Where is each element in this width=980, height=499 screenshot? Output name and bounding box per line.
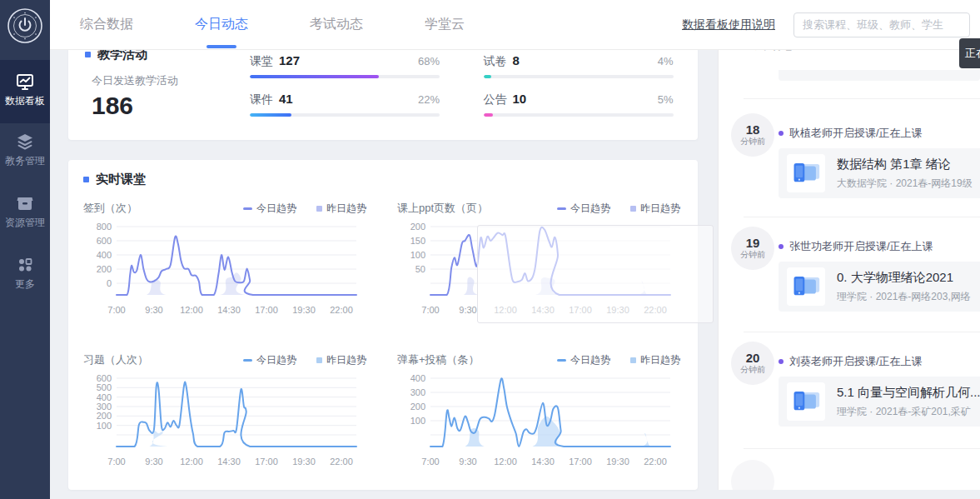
more-grid-icon: [15, 255, 35, 275]
feed-time-badge: 20 分钟前: [731, 342, 774, 385]
card-title-realtime-classroom: 实时课堂: [83, 172, 146, 187]
active-tab-underline: [206, 45, 236, 48]
title-bullet: [83, 177, 89, 182]
progress-bar: [484, 113, 674, 117]
feed-divider: [744, 217, 980, 217]
line-chart-checkin: 80060040020007:009:3012:0014:3017:0019:3…: [83, 220, 362, 318]
svg-text:400: 400: [97, 250, 112, 260]
legend-today-label[interactable]: 今日趋势: [256, 202, 296, 216]
svg-text:600: 600: [97, 373, 112, 383]
chart-panel-exercises: 习题（人次） 今日趋势 昨日趋势 6005004003002001007:009…: [83, 350, 366, 482]
progress-bar: [484, 75, 674, 78]
svg-text:9:30: 9:30: [459, 457, 476, 467]
svg-text:7:00: 7:00: [107, 305, 125, 315]
next-feed-badge-clipped: [731, 460, 774, 490]
course-subtitle: 理学院 · 2021春-网络203,网络: [837, 290, 971, 304]
feed-divider: [744, 448, 980, 449]
feed-time-badge: 19 分钟前: [731, 227, 774, 270]
sidebar-item-label: 数据看板: [0, 95, 50, 107]
today-activity-total: 今日发送教学活动 186: [92, 73, 178, 120]
timeline-dot: [779, 359, 784, 364]
tab-today[interactable]: 今日动态: [195, 0, 248, 50]
legend-yesterday-marker: [316, 357, 322, 363]
stat-percent: 68%: [418, 55, 440, 67]
svg-text:17:00: 17:00: [255, 305, 278, 315]
feed-course-card[interactable]: 0. 大学物理绪论2021 理学院 · 2021春-网络203,网络: [779, 262, 980, 312]
legend-yesterday-marker: [316, 206, 322, 212]
sidebar-item-dashboard[interactable]: 数据看板: [0, 60, 50, 123]
feed-event: 张世功老师开启授课/正在上课: [779, 238, 977, 255]
legend-yesterday-label[interactable]: 昨日趋势: [640, 202, 680, 216]
tab-overview[interactable]: 综合数据: [80, 0, 133, 50]
legend-yesterday-label[interactable]: 昨日趋势: [640, 353, 680, 367]
chart-legend: 今日趋势 昨日趋势: [243, 202, 366, 216]
svg-text:22:00: 22:00: [330, 305, 353, 315]
svg-text:9:30: 9:30: [145, 305, 162, 315]
chart-legend: 今日趋势 昨日趋势: [557, 353, 680, 367]
legend-yesterday-label[interactable]: 昨日趋势: [326, 202, 366, 216]
sidebar-item-label: 更多: [0, 278, 50, 290]
feed-event: 耿植老师开启授课/正在上课: [779, 125, 977, 142]
dashboard-help-link[interactable]: 数据看板使用说明: [682, 17, 775, 32]
course-title: 0. 大学物理绪论2021: [837, 270, 971, 286]
sidebar-item-resource-admin[interactable]: 资源管理: [0, 193, 50, 228]
svg-text:300: 300: [97, 402, 112, 412]
storage-icon: [15, 193, 35, 213]
svg-text:19:30: 19:30: [606, 457, 629, 467]
feed-divider: [744, 98, 980, 99]
stat-courseware: 课件 41 22%: [250, 92, 440, 117]
legend-today-marker: [557, 207, 566, 210]
stat-announcement: 公告 10 5%: [484, 92, 674, 117]
clipped-tooltip: 正在: [959, 38, 980, 68]
dashboard-icon: [15, 72, 35, 92]
stat-percent: 5%: [658, 93, 674, 106]
sidebar-item-label: 资源管理: [0, 217, 50, 228]
activity-stats-grid: 课堂 127 68% 课件 41 22% 试卷 8 4% 公告: [250, 53, 676, 117]
course-subtitle: 大数据学院 · 2021春-网络19级: [837, 177, 973, 191]
svg-text:7:00: 7:00: [107, 457, 125, 467]
timeline-dot: [779, 244, 784, 249]
layers-icon: [15, 132, 35, 152]
progress-bar: [250, 113, 440, 117]
svg-text:200: 200: [97, 411, 112, 421]
title-bullet: [85, 52, 91, 57]
timeline-dot: [779, 131, 784, 136]
chart-panel-checkin: 签到（次） 今日趋势 昨日趋势 80060040020007:009:3012:…: [83, 198, 366, 330]
chart-panel-danmaku: 弹幕+投稿（条） 今日趋势 昨日趋势 4003002001007:009:301…: [397, 350, 680, 482]
legend-today-label[interactable]: 今日趋势: [256, 353, 296, 367]
line-chart-exercises: 6005004003002001007:009:3012:0014:3017:0…: [83, 372, 362, 470]
stat-exam-paper: 试卷 8 4%: [484, 53, 674, 78]
svg-text:14:30: 14:30: [217, 305, 241, 315]
svg-text:7:00: 7:00: [421, 457, 439, 467]
feed-divider: [744, 332, 980, 332]
svg-text:12:00: 12:00: [180, 457, 203, 467]
sidebar-item-more[interactable]: 更多: [0, 255, 50, 290]
search-input[interactable]: [793, 12, 970, 37]
legend-today-label[interactable]: 今日趋势: [570, 202, 610, 216]
svg-text:800: 800: [97, 222, 112, 232]
chart-title: 课上ppt页数（页）: [397, 201, 488, 216]
previous-feed-card-clipped: [779, 70, 980, 81]
svg-text:22:00: 22:00: [330, 457, 353, 467]
svg-text:12:00: 12:00: [180, 305, 203, 315]
svg-text:12:00: 12:00: [494, 457, 517, 467]
university-seal-logo: [6, 7, 44, 45]
feed-event: 刘葵老师开启授课/正在上课: [779, 353, 977, 370]
stat-classroom: 课堂 127 68%: [250, 53, 440, 78]
line-chart-danmaku: 4003002001007:009:3012:0014:3017:0019:30…: [397, 372, 676, 470]
legend-today-marker: [557, 359, 566, 362]
legend-today-label[interactable]: 今日趋势: [570, 353, 610, 367]
feed-course-card[interactable]: 数据结构 第1章 绪论 大数据学院 · 2021春-网络19级: [779, 148, 980, 198]
svg-text:100: 100: [410, 416, 425, 426]
tab-exam[interactable]: 考试动态: [310, 0, 363, 50]
chart-legend: 今日趋势 昨日趋势: [557, 202, 680, 216]
feed-course-card[interactable]: 5.1 向量与空间解析几何... 理学院 · 2021春-采矿201,采矿: [779, 377, 980, 427]
svg-text:9:30: 9:30: [459, 305, 476, 315]
legend-yesterday-marker: [630, 206, 636, 212]
svg-text:19:30: 19:30: [292, 305, 316, 315]
tab-xuetangyun[interactable]: 学堂云: [425, 0, 465, 50]
legend-yesterday-label[interactable]: 昨日趋势: [326, 353, 366, 367]
sidebar-item-academic-admin[interactable]: 教务管理: [0, 132, 50, 167]
svg-text:500: 500: [97, 382, 112, 392]
svg-text:14:30: 14:30: [217, 457, 241, 467]
